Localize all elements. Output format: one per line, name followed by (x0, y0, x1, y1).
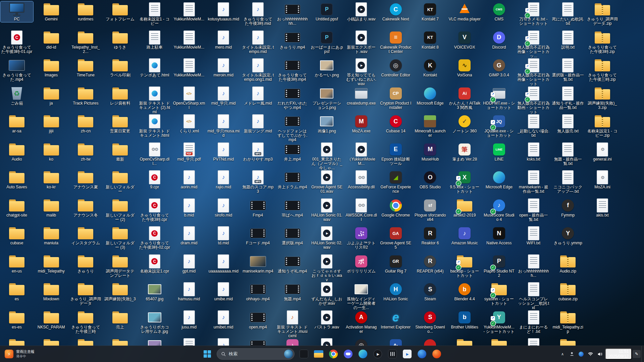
tray-overflow-button[interactable]: ∧ (558, 348, 567, 360)
media-player-button[interactable]: ▶ (371, 347, 384, 361)
desktop-icon[interactable]: ✓↗syasinn - ショートカット (483, 281, 516, 306)
desktop-icon[interactable]: きゅうり.mp4 (276, 29, 309, 50)
desktop-icon[interactable]: 羽ばへ.mp4 (276, 197, 309, 218)
desktop-icon[interactable]: KKontakt (414, 57, 446, 78)
desktop-icon[interactable]: ✓↗HDDFMT.exe - ショートカット (483, 85, 516, 111)
desktop-icon[interactable]: ♪メドレー風.mid (241, 85, 274, 106)
desktop-icon[interactable]: KTKontakt 8 (414, 29, 446, 50)
desktop-icon[interactable] (138, 337, 171, 346)
desktop-icon[interactable]: SSteinberg Downlo... (414, 309, 446, 335)
desktop-icon[interactable]: 新しいフォルダー (104, 169, 137, 194)
desktop-icon[interactable] (517, 337, 550, 346)
tray-blue-app-button[interactable] (577, 348, 586, 360)
desktop-icon[interactable]: ▶001_東北きりたん（ノーマル）_今しゃ... (310, 141, 343, 171)
desktop-icon[interactable]: 通知うぞ礼.mp4 (276, 253, 309, 274)
desktop-icon[interactable]: 新しいフォルダー (2) (104, 197, 137, 223)
desktop-icon[interactable]: EEpson 接続診断ツール (379, 141, 412, 167)
desktop-icon[interactable]: bBlender 4.4 (448, 281, 481, 302)
network-button[interactable] (586, 348, 595, 360)
clock[interactable]: 11:51 2025/09/12 (605, 348, 632, 360)
desktop-icon[interactable]: SSteam (414, 281, 446, 302)
desktop-icon[interactable]: Cきゅうり食ってた午後3時-02.cpr (138, 225, 171, 250)
desktop-icon[interactable]: ♪td.mid (207, 225, 240, 246)
desktop-icon[interactable]: ♪MP3無題のスコア.mp3 (241, 169, 274, 194)
desktop-icon[interactable]: maniuta (35, 225, 68, 246)
desktop-icon[interactable] (35, 337, 68, 346)
desktop-icon[interactable]: PDFmid_学只.pdf (173, 141, 206, 162)
desktop-icon[interactable]: きゅうり食ってた.mp4 (0, 57, 33, 82)
desktop-icon[interactable]: ko-kr (35, 169, 68, 190)
desktop-icon[interactable]: Audio (0, 141, 33, 162)
desktop-icon[interactable] (448, 337, 481, 346)
desktop-icon[interactable]: きゅうり_調声用データ (69, 281, 102, 306)
desktop-icon[interactable]: TimeTune (69, 57, 102, 78)
desktop-icon[interactable]: 選択版 - 親作品一覧.txt (551, 57, 584, 82)
desktop-icon[interactable]: YukkuriMovieM... (173, 1, 206, 22)
desktop-icon[interactable]: ラベル印刷 (104, 57, 137, 78)
search-box[interactable]: 検索 (217, 348, 294, 360)
desktop-icon[interactable]: ♻ごみ箱 (0, 85, 33, 106)
desktop-icon[interactable] (414, 337, 446, 346)
desktop-icon[interactable]: きゅうり食ってた午後三時.zip (586, 57, 619, 82)
desktop-icon[interactable]: midi_Telepathy (35, 253, 68, 274)
desktop-icon[interactable]: かるーい.png (310, 57, 343, 78)
desktop-icon[interactable]: 無人販売.txt (551, 113, 584, 134)
desktop-icon[interactable]: bBrother Utilities (448, 309, 481, 330)
desktop-icon[interactable]: 最新 (104, 141, 137, 162)
desktop-icon[interactable]: ヘッドフォンはずしてでぶかう.mp4 (276, 113, 309, 143)
desktop-icon[interactable]: ▶小銭詰まり.wav (345, 1, 378, 22)
desktop-icon[interactable]: まにまにわーるど！.txt (517, 309, 550, 335)
desktop-icon[interactable]: YukkuriMovieM... (173, 29, 206, 50)
desktop-icon[interactable]: ♪新規 テキスト ドキュメント.musicxml (276, 309, 309, 339)
desktop-icon[interactable]: ▶新規エクスポート.wav (345, 29, 378, 55)
desktop-icon[interactable]: sfPlogue sforzando x64 (414, 197, 446, 223)
desktop-icon[interactable]: ▶パストラ.wav (310, 309, 343, 330)
file-explorer-button[interactable] (312, 347, 325, 361)
desktop-icon[interactable]: 選択版.mp4 (276, 225, 309, 246)
desktop-icon[interactable]: Microsoft Edge (483, 169, 516, 190)
desktop-icon[interactable]: cubase.zip (551, 281, 584, 302)
desktop-icon[interactable]: en-us (0, 253, 33, 274)
desktop-icon[interactable]: きゅうりボカコレ用サムネ.jpg (138, 309, 171, 335)
blue-app-button[interactable] (415, 347, 429, 361)
desktop-icon[interactable]: manisekarin - 親作品一覧.txt (517, 169, 550, 194)
desktop-icon[interactable]: GGIMP 3.0.4 (483, 57, 516, 78)
desktop-icon[interactable]: 孤独なインディーゲーム開発者の一生... (345, 281, 378, 311)
desktop-icon[interactable]: X✓↗9.5.xlsx - ショートカット (448, 169, 481, 194)
desktop-icon[interactable]: ja (35, 85, 68, 106)
desktop-icon[interactable]: 名称未設定1 - コピー.zip (586, 113, 619, 138)
desktop-icon[interactable]: ✓ (483, 337, 516, 346)
desktop-icon[interactable]: ko (35, 141, 68, 162)
desktop-icon[interactable]: ♪タイトル未設定, tempo.ong1.mid (241, 57, 274, 82)
desktop-icon[interactable]: Audio.zip (551, 253, 584, 274)
desktop-icon[interactable]: ♪rajio.mid (207, 169, 240, 190)
desktop-icon[interactable]: GRGuitar Rig 7 (379, 253, 412, 274)
desktop-icon[interactable]: フォトフレーム (104, 1, 137, 22)
desktop-icon[interactable] (104, 337, 137, 346)
desktop-icon[interactable]: ksks.txt (517, 141, 550, 162)
desktop-icon[interactable]: WIFI.txt (517, 225, 550, 246)
desktop-icon[interactable]: ♪b.mid (173, 197, 206, 218)
desktop-icon[interactable]: インスタグラム (69, 225, 102, 246)
desktop-icon[interactable]: Cきゅうり食ってた午後3時-01.cpr (0, 29, 33, 55)
desktop-icon[interactable]: akis.txt (586, 197, 619, 218)
desktop-icon[interactable]: zh-tw (69, 141, 102, 162)
desktop-icon[interactable]: ♪mid_学只.mid (207, 85, 240, 106)
desktop-icon[interactable]: Telepathy_Inst_2... (69, 29, 102, 55)
desktop-icon[interactable]: ✓↗backup - ショートカット (448, 253, 481, 279)
desktop-icon[interactable]: JQ✓↗JQuake.exe - ショートカット (483, 113, 516, 138)
desktop-icon[interactable] (551, 337, 584, 346)
desktop-icon[interactable]: ゆうき (104, 29, 137, 50)
desktop-icon[interactable]: C9.cpr (138, 169, 171, 190)
desktop-icon[interactable]: ♪ (276, 337, 309, 346)
desktop-icon[interactable]: ♪uaaaaaaaaa.mid (207, 253, 240, 274)
desktop-icon[interactable]: きゅうり_調声用データ.zip (586, 1, 619, 26)
desktop-icon[interactable]: きゅうり食ってた午後3時.zip (586, 29, 619, 55)
desktop-icon[interactable]: ohhayo-.mp4 (241, 281, 274, 302)
desktop-icon[interactable]: createdump.exe (345, 85, 378, 106)
desktop-icon[interactable]: fFymmp (551, 197, 584, 218)
desktop-icon[interactable]: ニコニコバックアップ—.txt (551, 169, 584, 194)
desktop-icon[interactable]: Aiかんたん！AITalk 3 関西風 (448, 85, 481, 111)
desktop-icon[interactable]: OOBS Studio (414, 169, 446, 190)
desktop-icon[interactable]: Gemini (35, 1, 68, 22)
